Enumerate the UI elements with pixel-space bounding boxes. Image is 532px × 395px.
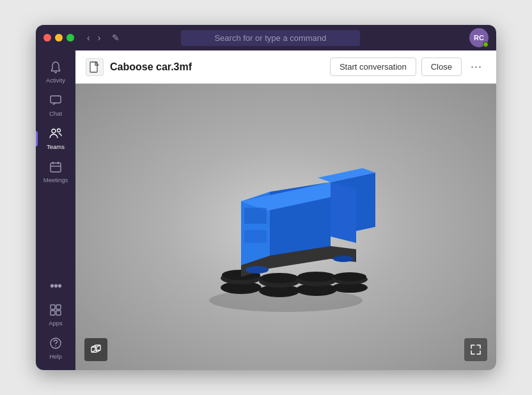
minimize-traffic-light[interactable] — [55, 34, 63, 42]
file-header: Caboose car.3mf Start conversation Close… — [75, 50, 496, 84]
svg-point-1 — [52, 129, 56, 133]
status-badge — [483, 42, 489, 47]
file-title: Caboose car.3mf — [110, 61, 324, 73]
file-icon — [86, 58, 104, 76]
sidebar-item-apps[interactable]: Apps — [36, 298, 75, 332]
compose-button[interactable]: ✎ — [108, 31, 123, 44]
help-icon — [49, 337, 62, 352]
3d-model-svg — [177, 137, 395, 316]
teams-icon — [49, 127, 63, 142]
sidebar-item-activity-label: Activity — [46, 77, 65, 84]
svg-rect-9 — [51, 311, 55, 315]
avatar[interactable]: RC — [469, 28, 489, 47]
search-input[interactable] — [181, 30, 360, 46]
sidebar-item-help[interactable]: Help — [36, 332, 75, 365]
svg-rect-13 — [90, 62, 97, 72]
close-traffic-light[interactable] — [43, 34, 51, 42]
svg-rect-3 — [51, 163, 61, 172]
activity-icon — [49, 61, 62, 75]
3d-view-button[interactable] — [84, 338, 107, 361]
nav-buttons: ‹ › — [84, 31, 103, 44]
avatar-initials: RC — [474, 34, 484, 42]
apps-icon — [49, 304, 62, 318]
model-container — [75, 84, 496, 370]
app-window: ‹ › ✎ RC Activity — [36, 25, 496, 370]
more-apps-button[interactable]: ••• — [50, 274, 61, 298]
sidebar-item-meetings[interactable]: Meetings — [36, 155, 75, 189]
more-options-button[interactable]: ··· — [467, 58, 486, 76]
svg-rect-0 — [51, 96, 61, 103]
sidebar-item-chat-label: Chat — [49, 110, 62, 117]
titlebar: ‹ › ✎ RC — [36, 25, 496, 50]
svg-rect-10 — [56, 311, 61, 315]
traffic-lights — [43, 34, 74, 42]
chat-icon — [49, 94, 62, 109]
toolbar-bottom-left — [84, 338, 107, 361]
svg-marker-31 — [331, 182, 356, 243]
svg-point-20 — [260, 273, 299, 283]
sidebar-item-chat[interactable]: Chat — [36, 89, 75, 122]
sidebar: Activity Chat — [36, 50, 75, 370]
sidebar-item-activity[interactable]: Activity — [36, 56, 75, 89]
sidebar-item-help-label: Help — [49, 353, 62, 360]
3d-viewer — [75, 84, 496, 370]
content-area: Caboose car.3mf Start conversation Close… — [75, 50, 496, 370]
svg-point-12 — [55, 346, 56, 347]
sidebar-item-apps-label: Apps — [49, 320, 63, 327]
svg-point-26 — [333, 272, 366, 281]
expand-button[interactable] — [464, 338, 487, 361]
toolbar-bottom-right — [464, 338, 487, 361]
svg-point-37 — [333, 256, 354, 262]
header-actions: Start conversation Close ··· — [330, 58, 486, 76]
svg-point-2 — [58, 129, 61, 132]
svg-point-23 — [297, 272, 336, 282]
sidebar-item-meetings-label: Meetings — [43, 176, 68, 183]
svg-rect-33 — [244, 208, 267, 224]
svg-rect-34 — [244, 230, 267, 243]
sidebar-item-teams-label: Teams — [47, 143, 65, 150]
svg-rect-7 — [51, 305, 55, 309]
meetings-icon — [49, 160, 62, 175]
main-content: Activity Chat — [36, 50, 496, 370]
svg-point-36 — [246, 266, 269, 274]
back-button[interactable]: ‹ — [84, 31, 93, 44]
start-conversation-button[interactable]: Start conversation — [330, 58, 416, 76]
forward-button[interactable]: › — [95, 31, 104, 44]
close-button[interactable]: Close — [421, 58, 462, 76]
maximize-traffic-light[interactable] — [66, 34, 74, 42]
svg-rect-8 — [56, 305, 61, 309]
sidebar-item-teams[interactable]: Teams — [36, 122, 75, 155]
